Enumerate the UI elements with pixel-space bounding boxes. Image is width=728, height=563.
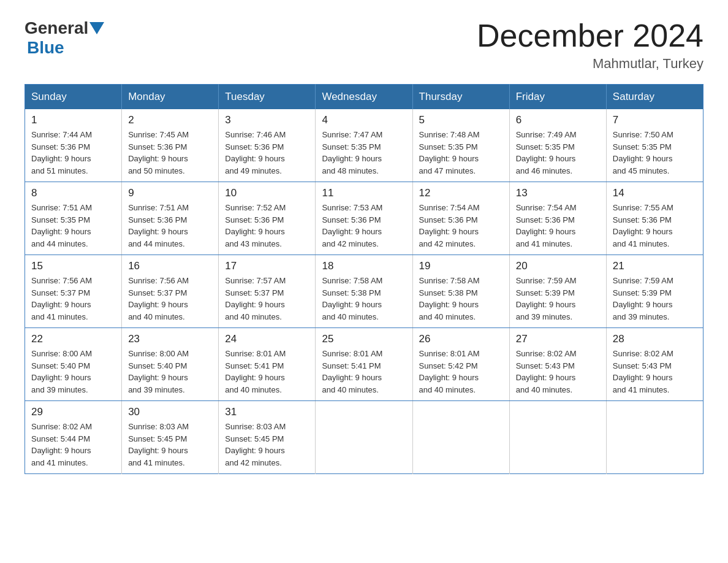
day-number: 8 [31,187,115,199]
table-row: 6 Sunrise: 7:49 AMSunset: 5:35 PMDayligh… [509,109,606,182]
day-info: Sunrise: 7:49 AMSunset: 5:35 PMDaylight:… [516,130,577,175]
day-info: Sunrise: 8:02 AMSunset: 5:43 PMDaylight:… [516,349,577,394]
logo: General Blue [25,18,105,58]
day-info: Sunrise: 8:01 AMSunset: 5:41 PMDaylight:… [225,349,286,394]
day-info: Sunrise: 8:02 AMSunset: 5:43 PMDaylight:… [613,349,673,394]
day-number: 5 [419,114,503,126]
table-row: 31 Sunrise: 8:03 AMSunset: 5:45 PMDaylig… [219,401,316,474]
day-number: 24 [225,333,309,345]
table-row: 14 Sunrise: 7:55 AMSunset: 5:36 PMDaylig… [606,182,703,255]
day-info: Sunrise: 7:58 AMSunset: 5:38 PMDaylight:… [322,276,382,321]
day-number: 14 [613,187,697,199]
day-number: 26 [419,333,503,345]
day-info: Sunrise: 7:46 AMSunset: 5:36 PMDaylight:… [225,130,286,175]
day-number: 1 [31,114,115,126]
day-number: 28 [613,333,697,345]
table-row: 10 Sunrise: 7:52 AMSunset: 5:36 PMDaylig… [219,182,316,255]
table-row: 26 Sunrise: 8:01 AMSunset: 5:42 PMDaylig… [412,328,509,401]
table-row: 23 Sunrise: 8:00 AMSunset: 5:40 PMDaylig… [122,328,219,401]
day-number: 13 [516,187,600,199]
day-number: 6 [516,114,600,126]
day-info: Sunrise: 7:55 AMSunset: 5:36 PMDaylight:… [613,203,673,248]
day-info: Sunrise: 8:02 AMSunset: 5:44 PMDaylight:… [31,422,92,467]
table-row: 13 Sunrise: 7:54 AMSunset: 5:36 PMDaylig… [509,182,606,255]
logo-blue-text: Blue [27,38,64,58]
table-row: 30 Sunrise: 8:03 AMSunset: 5:45 PMDaylig… [122,401,219,474]
day-number: 10 [225,187,309,199]
table-row: 11 Sunrise: 7:53 AMSunset: 5:36 PMDaylig… [316,182,412,255]
table-row: 4 Sunrise: 7:47 AMSunset: 5:35 PMDayligh… [316,109,412,182]
calendar-week-row: 8 Sunrise: 7:51 AMSunset: 5:35 PMDayligh… [25,182,703,255]
table-row [316,401,412,474]
table-row: 20 Sunrise: 7:59 AMSunset: 5:39 PMDaylig… [509,255,606,328]
calendar-week-row: 15 Sunrise: 7:56 AMSunset: 5:37 PMDaylig… [25,255,703,328]
day-info: Sunrise: 8:03 AMSunset: 5:45 PMDaylight:… [225,422,286,467]
calendar-table: SundayMondayTuesdayWednesdayThursdayFrid… [25,84,703,474]
location-subtitle: Mahmutlar, Turkey [477,56,703,72]
day-number: 17 [225,260,309,272]
day-info: Sunrise: 7:53 AMSunset: 5:36 PMDaylight:… [322,203,382,248]
day-number: 7 [613,114,697,126]
table-row: 15 Sunrise: 7:56 AMSunset: 5:37 PMDaylig… [25,255,122,328]
calendar-week-row: 29 Sunrise: 8:02 AMSunset: 5:44 PMDaylig… [25,401,703,474]
table-row: 27 Sunrise: 8:02 AMSunset: 5:43 PMDaylig… [509,328,606,401]
day-number: 9 [128,187,212,199]
day-info: Sunrise: 7:50 AMSunset: 5:35 PMDaylight:… [613,130,673,175]
day-info: Sunrise: 7:51 AMSunset: 5:36 PMDaylight:… [128,203,189,248]
table-row [509,401,606,474]
logo-triangle-icon [89,22,104,34]
calendar-header-sunday: Sunday [25,85,122,110]
table-row: 19 Sunrise: 7:58 AMSunset: 5:38 PMDaylig… [412,255,509,328]
table-row: 3 Sunrise: 7:46 AMSunset: 5:36 PMDayligh… [219,109,316,182]
day-info: Sunrise: 8:01 AMSunset: 5:41 PMDaylight:… [322,349,382,394]
table-row [412,401,509,474]
calendar-header-monday: Monday [122,85,219,110]
day-info: Sunrise: 7:56 AMSunset: 5:37 PMDaylight:… [128,276,189,321]
day-info: Sunrise: 7:48 AMSunset: 5:35 PMDaylight:… [419,130,480,175]
table-row: 21 Sunrise: 7:59 AMSunset: 5:39 PMDaylig… [606,255,703,328]
day-number: 15 [31,260,115,272]
month-title: December 2024 [477,18,703,53]
table-row [606,401,703,474]
calendar-week-row: 1 Sunrise: 7:44 AMSunset: 5:36 PMDayligh… [25,109,703,182]
day-number: 29 [31,406,115,418]
table-row: 5 Sunrise: 7:48 AMSunset: 5:35 PMDayligh… [412,109,509,182]
logo-blue-part [88,22,105,34]
table-row: 28 Sunrise: 8:02 AMSunset: 5:43 PMDaylig… [606,328,703,401]
day-number: 12 [419,187,503,199]
day-number: 16 [128,260,212,272]
day-info: Sunrise: 7:52 AMSunset: 5:36 PMDaylight:… [225,203,286,248]
day-info: Sunrise: 7:57 AMSunset: 5:37 PMDaylight:… [225,276,286,321]
table-row: 22 Sunrise: 8:00 AMSunset: 5:40 PMDaylig… [25,328,122,401]
calendar-header-wednesday: Wednesday [316,85,412,110]
day-number: 3 [225,114,309,126]
day-info: Sunrise: 7:47 AMSunset: 5:35 PMDaylight:… [322,130,382,175]
calendar-header-row: SundayMondayTuesdayWednesdayThursdayFrid… [25,85,703,110]
day-number: 11 [322,187,406,199]
day-info: Sunrise: 8:00 AMSunset: 5:40 PMDaylight:… [128,349,189,394]
day-info: Sunrise: 7:59 AMSunset: 5:39 PMDaylight:… [516,276,577,321]
day-number: 30 [128,406,212,418]
day-number: 22 [31,333,115,345]
calendar-header-friday: Friday [509,85,606,110]
calendar-header-saturday: Saturday [606,85,703,110]
day-number: 25 [322,333,406,345]
day-info: Sunrise: 7:54 AMSunset: 5:36 PMDaylight:… [419,203,480,248]
day-info: Sunrise: 8:03 AMSunset: 5:45 PMDaylight:… [128,422,189,467]
day-number: 19 [419,260,503,272]
day-number: 20 [516,260,600,272]
table-row: 12 Sunrise: 7:54 AMSunset: 5:36 PMDaylig… [412,182,509,255]
page-header: General Blue December 2024 Mahmutlar, Tu… [25,18,703,72]
day-number: 4 [322,114,406,126]
calendar-header-tuesday: Tuesday [219,85,316,110]
day-number: 18 [322,260,406,272]
day-info: Sunrise: 7:58 AMSunset: 5:38 PMDaylight:… [419,276,480,321]
table-row: 1 Sunrise: 7:44 AMSunset: 5:36 PMDayligh… [25,109,122,182]
logo-general-text: General [25,18,88,38]
table-row: 2 Sunrise: 7:45 AMSunset: 5:36 PMDayligh… [122,109,219,182]
table-row: 7 Sunrise: 7:50 AMSunset: 5:35 PMDayligh… [606,109,703,182]
table-row: 16 Sunrise: 7:56 AMSunset: 5:37 PMDaylig… [122,255,219,328]
day-info: Sunrise: 7:51 AMSunset: 5:35 PMDaylight:… [31,203,92,248]
day-info: Sunrise: 8:00 AMSunset: 5:40 PMDaylight:… [31,349,92,394]
day-number: 23 [128,333,212,345]
